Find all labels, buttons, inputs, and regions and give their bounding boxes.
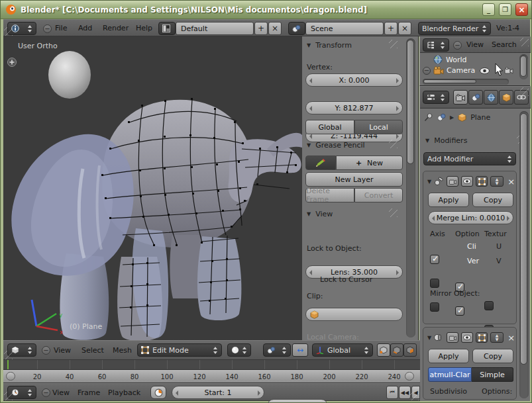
sidebar-scrollbar-thumb[interactable] xyxy=(407,40,414,164)
modifier-viewport-toggle[interactable] xyxy=(461,176,473,187)
vertex-y-field[interactable]: Y: 812.877 xyxy=(305,101,403,114)
region-corner-grip[interactable] xyxy=(520,87,529,96)
grease-draw-toggle[interactable] xyxy=(305,156,336,170)
render-restrict-camera-icon[interactable] xyxy=(504,67,513,74)
panel-drag-grip[interactable] xyxy=(389,208,398,217)
mirror-axis-z-checkbox[interactable] xyxy=(430,302,439,312)
region-corner-grip[interactable] xyxy=(520,38,529,46)
screen-layout-name-field[interactable]: Default xyxy=(176,22,254,35)
move-down-icon[interactable]: ▼ xyxy=(496,337,499,341)
properties-scrollbar-thumb[interactable] xyxy=(520,113,527,365)
pivot-point-select[interactable] xyxy=(263,343,291,357)
time-toggle-button[interactable] xyxy=(150,386,166,399)
modifier-expand-icon[interactable]: ▼ xyxy=(427,335,431,341)
region-corner-grip[interactable] xyxy=(4,351,13,359)
mirror-axis-y-checkbox[interactable] xyxy=(430,279,439,288)
ruler-left-cap[interactable] xyxy=(6,372,15,381)
jump-to-start-button[interactable]: ⏮ xyxy=(386,386,398,399)
convert-button[interactable]: Convert xyxy=(354,188,403,202)
menu-add[interactable]: Add xyxy=(78,24,92,32)
region-corner-grip[interactable] xyxy=(4,27,13,36)
outliner-hscrollbar[interactable] xyxy=(423,79,509,85)
subsurf-copy-button[interactable]: Copy xyxy=(472,349,513,363)
editor-type-selector-outliner[interactable] xyxy=(423,38,449,52)
breadcrumb-object-name[interactable]: Plane xyxy=(470,113,490,122)
subsurf-apply-button[interactable]: Apply xyxy=(428,349,469,363)
grease-new-button[interactable]: + New xyxy=(336,156,403,170)
tab-object[interactable] xyxy=(499,90,513,105)
timeline-track[interactable] xyxy=(3,360,420,369)
panel-header-view[interactable]: ▼ View xyxy=(307,210,333,218)
viewport-3d[interactable]: y x User Ortho (0) Plane xyxy=(3,36,303,340)
sidebar-scrollbar[interactable] xyxy=(406,38,415,337)
scene-name-field[interactable]: Scene xyxy=(305,22,384,35)
lock-object-field[interactable] xyxy=(305,308,403,321)
timeline-menu-playback[interactable]: Playback xyxy=(108,388,140,397)
delete-layout-button[interactable]: × xyxy=(268,22,282,35)
outliner-vscrollbar-thumb[interactable] xyxy=(520,56,527,77)
render-engine-select[interactable]: Blender Render xyxy=(418,22,491,35)
tab-render[interactable] xyxy=(453,90,468,105)
collapse-menus-icon[interactable]: − xyxy=(453,41,462,50)
global-toggle[interactable]: Global xyxy=(305,120,354,134)
add-scene-button[interactable]: + xyxy=(384,22,398,35)
editor-type-selector-properties[interactable] xyxy=(423,91,449,104)
modifier-expand-icon[interactable]: ▼ xyxy=(427,179,431,185)
previous-keyframe-button[interactable]: ◀◀ xyxy=(399,386,411,399)
timeline-menu-view[interactable]: View xyxy=(52,388,70,397)
mirror-copy-button[interactable]: Copy xyxy=(472,193,513,207)
mode-select[interactable]: Edit Mode xyxy=(137,343,222,357)
pin-icon[interactable] xyxy=(424,112,433,122)
modifier-viewport-toggle[interactable] xyxy=(461,332,473,343)
edge-select-mode-button[interactable] xyxy=(390,343,403,357)
collapse-item-icon[interactable]: − xyxy=(423,67,431,75)
modifier-move-buttons[interactable]: ▲ ▼ xyxy=(490,332,504,343)
properties-scrollbar[interactable] xyxy=(519,111,529,398)
delete-frame-button[interactable]: Delete Frame xyxy=(305,188,354,202)
merge-limit-field[interactable]: Merge Lim: 0.0010 xyxy=(428,211,513,224)
ruler-right-cap[interactable] xyxy=(405,372,414,381)
local-toggle[interactable]: Local xyxy=(354,120,403,134)
modifier-delete-icon[interactable]: × xyxy=(507,333,515,343)
sphere-object[interactable] xyxy=(48,51,91,99)
modifier-move-buttons[interactable]: ▲ ▼ xyxy=(490,176,504,187)
view3d-menu-view[interactable]: View xyxy=(54,346,71,355)
frame-end-field[interactable]: End: 249 xyxy=(267,399,328,403)
outliner-hscrollbar-thumb[interactable] xyxy=(423,79,476,83)
frame-start-field[interactable]: Start: 1 xyxy=(172,386,264,399)
panel-header-grease-pencil[interactable]: ▼ Grease Pencil xyxy=(307,141,365,150)
catmull-clark-toggle[interactable]: atmull-Clar xyxy=(428,367,472,382)
simple-toggle[interactable]: Simple xyxy=(472,367,513,382)
vertex-x-field[interactable]: X: 0.000 xyxy=(305,73,403,87)
region-corner-grip[interactable] xyxy=(4,392,13,400)
vertex-select-mode-button[interactable] xyxy=(377,343,390,357)
collapse-menus-icon[interactable]: − xyxy=(42,346,50,355)
close-button[interactable]: × xyxy=(515,3,528,16)
panel-drag-grip[interactable] xyxy=(389,140,398,148)
panel-header-modifiers[interactable]: ▼ Modifiers xyxy=(425,136,467,145)
view3d-menu-select[interactable]: Select xyxy=(81,346,104,355)
scene-icon-button[interactable] xyxy=(288,22,305,35)
outliner-menu-view[interactable]: View xyxy=(466,40,484,49)
add-modifier-dropdown[interactable]: Add Modifier xyxy=(423,152,516,165)
viewport-canvas[interactable]: y x xyxy=(3,36,302,340)
modifier-render-toggle[interactable] xyxy=(447,176,458,187)
minimize-button[interactable]: _ xyxy=(482,3,495,16)
new-layer-button[interactable]: New Layer xyxy=(305,172,403,187)
timeline-menu-frame[interactable]: Frame xyxy=(78,388,100,397)
screen-layout-icon-button[interactable] xyxy=(158,22,176,35)
menu-render[interactable]: Render xyxy=(103,24,129,32)
viewport-shading-select[interactable] xyxy=(227,343,251,357)
tab-world[interactable] xyxy=(484,90,498,105)
modifier-delete-icon[interactable]: × xyxy=(507,177,515,187)
panel-drag-grip[interactable] xyxy=(389,40,398,48)
transform-orientation-select[interactable]: Global xyxy=(312,343,373,357)
outliner-menu-search[interactable]: Search xyxy=(492,40,517,49)
mirror-apply-button[interactable]: Apply xyxy=(428,193,469,207)
panel-header-transform[interactable]: ▼ Transform xyxy=(307,41,352,50)
timeline-ruler[interactable]: 20406080100120140160180200220240 xyxy=(3,369,420,383)
delete-scene-button[interactable]: × xyxy=(398,22,411,35)
add-layout-button[interactable]: + xyxy=(254,22,268,35)
visibility-eye-icon[interactable] xyxy=(480,67,490,74)
move-down-icon[interactable]: ▼ xyxy=(496,181,499,185)
